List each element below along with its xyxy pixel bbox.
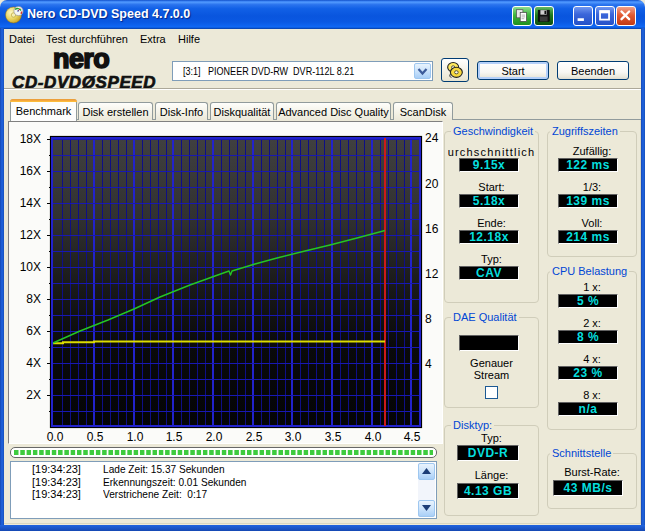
svg-text:1.0: 1.0 xyxy=(127,430,144,444)
svg-text:24: 24 xyxy=(425,131,439,145)
svg-text:1.5: 1.5 xyxy=(166,430,183,444)
svg-text:4X: 4X xyxy=(26,356,41,370)
svg-text:8X: 8X xyxy=(26,292,41,306)
svg-text:16: 16 xyxy=(425,222,439,236)
svg-text:4: 4 xyxy=(425,357,432,371)
svg-text:20: 20 xyxy=(425,177,439,191)
svg-text:2X: 2X xyxy=(26,388,41,402)
svg-text:16X: 16X xyxy=(20,164,41,178)
svg-text:0.0: 0.0 xyxy=(47,430,64,444)
svg-text:0.5: 0.5 xyxy=(87,430,104,444)
svg-text:6X: 6X xyxy=(26,324,41,338)
svg-text:18X: 18X xyxy=(20,132,41,146)
svg-text:4.5: 4.5 xyxy=(404,430,421,444)
svg-text:2.5: 2.5 xyxy=(246,430,263,444)
svg-text:4.0: 4.0 xyxy=(365,430,382,444)
svg-text:8: 8 xyxy=(425,312,432,326)
svg-text:10X: 10X xyxy=(20,260,41,274)
svg-text:2.0: 2.0 xyxy=(206,430,223,444)
svg-text:3.0: 3.0 xyxy=(285,430,302,444)
svg-text:14X: 14X xyxy=(20,196,41,210)
svg-text:3.5: 3.5 xyxy=(325,430,342,444)
svg-text:12: 12 xyxy=(425,267,439,281)
svg-text:12X: 12X xyxy=(20,228,41,242)
